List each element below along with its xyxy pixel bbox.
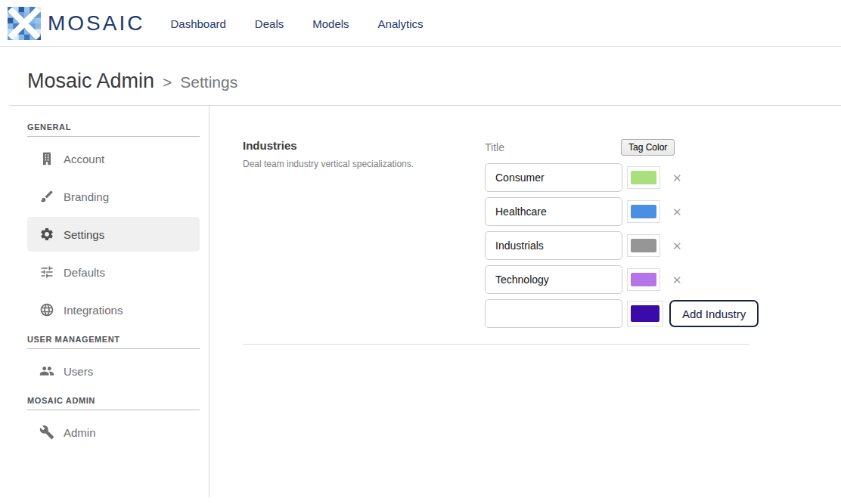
tag-color-swatch-button[interactable] [627, 234, 660, 257]
sidebar-item-integrations[interactable]: Integrations [27, 292, 200, 327]
industry-row-healthcare: ✕ [485, 197, 759, 226]
industries-form: Title Tag Color ✕ ✕ ✕ [485, 139, 759, 333]
industry-title-input[interactable] [485, 163, 622, 192]
section-divider [243, 344, 749, 345]
tag-color-swatch [631, 205, 656, 218]
tag-color-swatch [631, 273, 656, 286]
tag-color-swatch-button[interactable] [627, 166, 660, 189]
globe-icon [39, 302, 54, 317]
sidebar-item-label: Defaults [64, 266, 105, 279]
nav-links: Dashboard Deals Models Analytics [170, 17, 423, 30]
sidebar-item-label: Account [64, 153, 104, 165]
sliders-icon [39, 264, 54, 280]
top-navbar: MOSAIC Dashboard Deals Models Analytics [0, 0, 841, 47]
sidebar-section-user-management: USER MANAGEMENT [27, 335, 200, 349]
sidebar-item-label: Settings [64, 228, 104, 241]
sidebar-item-label: Users [64, 365, 93, 378]
tag-color-swatch [631, 171, 656, 184]
industries-section-title: Industries [243, 139, 485, 152]
sidebar-section-mosaic-admin: MOSAIC ADMIN [27, 396, 200, 410]
paintbrush-icon [39, 189, 54, 204]
sidebar-item-account[interactable]: Account [27, 141, 200, 176]
building-icon [39, 151, 54, 166]
gear-icon [39, 227, 54, 242]
industry-title-input[interactable] [485, 265, 622, 294]
users-icon [39, 363, 54, 379]
delete-industry-icon[interactable]: ✕ [672, 206, 682, 218]
industry-row-technology: ✕ [485, 265, 759, 294]
nav-link-dashboard[interactable]: Dashboard [170, 17, 225, 30]
industries-section-info: Industries Deal team industry vertical s… [243, 139, 485, 333]
mosaic-logo-icon [8, 7, 41, 40]
sidebar-item-settings[interactable]: Settings [27, 217, 200, 252]
new-tag-color-swatch [631, 305, 659, 322]
industry-title-input[interactable] [485, 231, 622, 260]
tag-color-button[interactable]: Tag Color [621, 139, 675, 156]
page-title: Mosaic Admin [27, 70, 154, 93]
delete-industry-icon[interactable]: ✕ [672, 240, 682, 252]
sidebar-item-users[interactable]: Users [27, 354, 200, 388]
add-industry-button[interactable]: Add Industry [669, 300, 759, 327]
sidebar-item-label: Branding [64, 190, 109, 203]
settings-sidebar: GENERAL Account Branding Settings Defaul… [0, 106, 209, 497]
title-column-label: Title [485, 141, 621, 153]
sidebar-item-defaults[interactable]: Defaults [27, 255, 200, 289]
nav-link-analytics[interactable]: Analytics [378, 17, 424, 30]
sidebar-section-general: GENERAL [27, 122, 200, 137]
industries-section-description: Deal team industry vertical specializati… [243, 159, 485, 169]
nav-link-models[interactable]: Models [312, 17, 349, 30]
industry-row-consumer: ✕ [485, 163, 759, 192]
tag-color-swatch-button[interactable] [627, 200, 660, 223]
wrench-icon [39, 425, 54, 440]
brand-logo[interactable]: MOSAIC [8, 7, 144, 40]
tag-color-swatch-button[interactable] [627, 268, 660, 291]
tag-color-swatch [631, 239, 656, 252]
new-tag-color-swatch-button[interactable] [627, 301, 663, 326]
new-industry-input[interactable] [485, 299, 622, 328]
industry-title-input[interactable] [485, 197, 622, 226]
nav-link-deals[interactable]: Deals [255, 17, 284, 30]
industry-row-industrials: ✕ [485, 231, 759, 260]
breadcrumb-separator: > [163, 73, 172, 91]
new-industry-row: Add Industry [485, 299, 759, 328]
sidebar-item-admin[interactable]: Admin [27, 415, 200, 450]
sidebar-item-label: Admin [64, 426, 96, 439]
sidebar-item-branding[interactable]: Branding [27, 179, 200, 214]
delete-industry-icon[interactable]: ✕ [672, 274, 682, 286]
brand-wordmark: MOSAIC [48, 11, 144, 36]
settings-main-panel: Industries Deal team industry vertical s… [209, 106, 841, 497]
breadcrumb-current: Settings [180, 73, 237, 91]
page-header: Mosaic Admin > Settings [0, 47, 841, 105]
sidebar-item-label: Integrations [64, 304, 123, 317]
delete-industry-icon[interactable]: ✕ [672, 172, 682, 184]
